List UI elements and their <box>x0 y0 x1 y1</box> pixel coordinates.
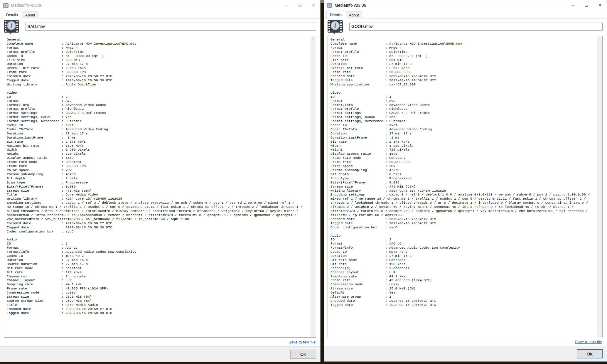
maximize-button[interactable]: ☐ <box>580 0 593 10</box>
link-row: Save to text file <box>0 338 320 346</box>
report-area[interactable]: General Complete name : A:\Icaros MOV In… <box>328 36 603 337</box>
filename-input[interactable] <box>26 23 316 31</box>
window-title: MediaInfo v23.06 <box>335 3 366 8</box>
close-button[interactable]: ✕ <box>593 0 607 10</box>
minimize-button[interactable]: — <box>280 0 293 10</box>
media-report-text[interactable]: General Complete name : A:\Icaros MOV In… <box>328 36 597 337</box>
scroll-up-icon[interactable]: ⌃ <box>597 36 602 41</box>
tab-about[interactable]: About <box>346 11 362 19</box>
window-title: MediaInfo v23.06 <box>11 3 42 8</box>
scroll-down-icon[interactable]: ⌄ <box>311 332 316 337</box>
maximize-button[interactable]: ☐ <box>293 0 307 10</box>
tab-details[interactable]: Details <box>3 11 21 19</box>
scroll-down-icon[interactable]: ⌄ <box>597 332 602 337</box>
file-row <box>324 19 607 34</box>
media-report-text[interactable]: General Complete name : A:\Icaros MOV In… <box>4 36 311 337</box>
mediainfo-window-bad: MediaInfo v23.06 — ☐ ✕ Details About Gen… <box>0 0 321 362</box>
close-button[interactable]: ✕ <box>307 0 320 10</box>
file-row <box>0 19 320 34</box>
bottom-bar: OK <box>324 346 607 361</box>
mediainfo-app-icon <box>3 3 9 8</box>
mediainfo-app-icon <box>327 3 332 8</box>
title-bar[interactable]: MediaInfo v23.06 — ☐ ✕ <box>0 0 320 10</box>
mediainfo-logo-icon <box>4 20 19 33</box>
report-area[interactable]: General Complete name : A:\Icaros MOV In… <box>4 36 316 338</box>
mediainfo-window-good: MediaInfo v23.06 — ☐ ✕ Details About Gen… <box>324 0 607 362</box>
report-scrollbar[interactable]: ⌃ ⌄ <box>597 36 602 337</box>
scroll-up-icon[interactable]: ⌃ <box>311 36 316 41</box>
bottom-bar: OK <box>0 346 320 362</box>
mediainfo-logo-icon <box>328 20 343 33</box>
title-bar[interactable]: MediaInfo v23.06 — ☐ ✕ <box>324 0 607 10</box>
link-row: Save to text file <box>324 337 607 346</box>
ok-button[interactable]: OK <box>290 350 316 359</box>
filename-input[interactable] <box>349 23 603 31</box>
report-scrollbar[interactable]: ⌃ ⌄ <box>311 36 316 337</box>
tab-about[interactable]: About <box>22 11 38 19</box>
save-to-text-file-link[interactable]: Save to text file <box>289 340 316 344</box>
tab-details[interactable]: Details <box>326 11 345 19</box>
ok-button[interactable]: OK <box>577 349 603 358</box>
tab-bar: Details About <box>0 10 320 19</box>
tab-bar: Details About <box>324 10 607 19</box>
save-to-text-file-link[interactable]: Save to text file <box>575 340 602 344</box>
minimize-button[interactable]: — <box>566 0 580 10</box>
